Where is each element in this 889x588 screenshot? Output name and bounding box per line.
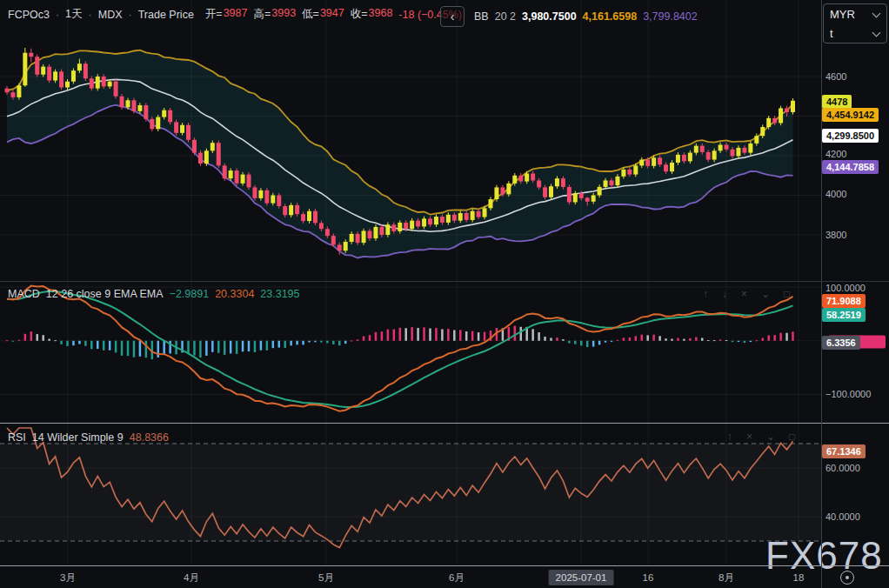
- hist-value-badge: 6.3356: [822, 336, 860, 350]
- exchange-label: MDX: [98, 9, 123, 21]
- macd-tick-minus100: −100.0000: [826, 389, 871, 399]
- macd-pane-controls: ↑↓×⌄□: [703, 288, 790, 300]
- bb-lower-badge: 4,144.7858: [822, 160, 879, 174]
- macd-signal-value: 23.3195: [260, 288, 299, 300]
- time-tick-label: 5月: [318, 571, 334, 584]
- header-separator: ·: [129, 9, 132, 21]
- series-type-label: Trade Price: [138, 9, 194, 21]
- macd-title[interactable]: MACD: [8, 288, 40, 300]
- chevron-down-icon: [872, 29, 881, 37]
- collapse-pane-icon[interactable]: ⌄: [761, 288, 770, 300]
- time-tick-label: 8月: [719, 571, 734, 584]
- symbol-name[interactable]: FCPOc3: [8, 9, 50, 21]
- price-macd-separator[interactable]: [0, 281, 889, 282]
- macd-line-badge: 71.9088: [822, 294, 866, 308]
- rsi-indicator-header: RSI 14 Wilder Simple 9 48.8366: [8, 431, 169, 444]
- time-tick-label: 3月: [60, 571, 76, 584]
- macd-hist-value: −2.9891: [170, 288, 210, 300]
- bb-basis-value: 3,980.7500: [522, 10, 577, 23]
- price-tick-4600: 4600: [826, 71, 846, 82]
- crosshair-date-badge: 2025-07-01: [549, 570, 614, 585]
- rsi-tick-40: 40.0000: [826, 511, 860, 522]
- rsi-params: 14 Wilder Simple 9: [32, 431, 124, 444]
- bb-upper-badge: 4,454.9142: [822, 108, 879, 122]
- bb-indicator-header: ‹ BB 20 2 3,980.7500 4,161.6598 3,799.84…: [440, 6, 698, 27]
- trading-chart-app: FCPOc3 · 1天 · MDX · Trade Price 开=3987 高…: [0, 0, 889, 588]
- maximize-pane-icon[interactable]: □: [784, 288, 790, 300]
- rsi-pane-controls: ↑×⌄□: [727, 431, 795, 443]
- header-separator: ·: [89, 9, 92, 21]
- time-tick-label: 4月: [184, 571, 199, 584]
- symbol-header: FCPOc3 · 1天 · MDX · Trade Price 开=3987 高…: [8, 7, 462, 22]
- delete-pane-icon[interactable]: ×: [741, 288, 747, 300]
- move-pane-down-icon[interactable]: ↓: [722, 288, 727, 300]
- high-value: 高=3993: [253, 7, 296, 22]
- bb-basis-badge: 4,299.8500: [822, 129, 879, 143]
- time-tick-label: 16: [643, 572, 654, 583]
- maximize-pane-icon[interactable]: □: [789, 431, 795, 443]
- bb-params: 20 2: [495, 10, 516, 23]
- macd-pane-canvas[interactable]: [0, 282, 821, 423]
- collapse-indicators-button[interactable]: ‹: [440, 6, 465, 27]
- interval-label[interactable]: 1天: [65, 7, 82, 22]
- bb-lower-value: 3,799.8402: [643, 10, 698, 23]
- macd-tick-100: 100.0000: [826, 283, 866, 293]
- open-value: 开=3987: [205, 7, 248, 22]
- price-tick-3800: 3800: [826, 230, 846, 240]
- currency-dropdown[interactable]: MYR: [824, 4, 886, 23]
- signal-line-badge: 58.2519: [822, 308, 866, 322]
- bb-title[interactable]: BB: [474, 10, 489, 23]
- macd-rsi-separator[interactable]: [0, 423, 889, 424]
- rsi-title[interactable]: RSI: [8, 431, 26, 444]
- low-value: 低=3947: [302, 7, 344, 22]
- currency-value: MYR: [830, 8, 855, 21]
- header-separator: ·: [56, 9, 59, 21]
- rsi-value: 48.8366: [130, 431, 169, 444]
- time-tick-label: 18: [793, 572, 805, 583]
- macd-indicator-header: MACD 12 26 close 9 EMA EMA −2.9891 20.33…: [8, 288, 300, 300]
- macd-line-value: 20.3304: [215, 288, 254, 300]
- price-pane-canvas[interactable]: [0, 0, 821, 281]
- chevron-left-icon: ‹: [451, 10, 455, 23]
- chevron-down-icon: [872, 10, 881, 18]
- macd-params: 12 26 close 9 EMA EMA: [46, 288, 164, 300]
- timezone-settings-icon[interactable]: [840, 571, 854, 585]
- rsi-tick-60: 60.0000: [826, 463, 860, 473]
- rsi-value-badge: 67.1346: [822, 444, 866, 458]
- time-tick-label: 6月: [449, 571, 465, 584]
- currency-unit-selector: MYR t: [823, 3, 887, 43]
- price-tick-4000: 4000: [826, 189, 846, 199]
- time-axis[interactable]: 3月4月5月6月2025-07-01168月18: [0, 566, 889, 588]
- price-tick-4200: 4200: [826, 149, 846, 159]
- unit-dropdown[interactable]: t: [824, 23, 886, 43]
- last-price-badge: 4478: [822, 95, 852, 109]
- close-value: 收=3968: [351, 7, 393, 22]
- rsi-pane-canvas[interactable]: [0, 424, 821, 565]
- move-pane-up-icon[interactable]: ↑: [703, 288, 708, 300]
- move-pane-up-icon[interactable]: ↑: [727, 431, 732, 443]
- collapse-pane-icon[interactable]: ⌄: [766, 431, 775, 443]
- price-scale[interactable]: 460044784,454.91424,299.850042004,144.78…: [821, 0, 889, 566]
- bb-upper-value: 4,161.6598: [583, 10, 638, 23]
- unit-value: t: [830, 27, 833, 40]
- delete-pane-icon[interactable]: ×: [746, 431, 752, 443]
